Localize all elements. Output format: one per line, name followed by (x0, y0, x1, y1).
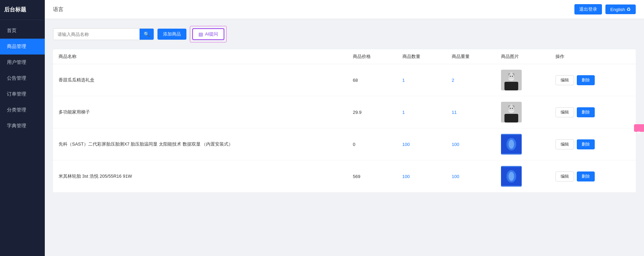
edit-button[interactable]: 编辑 (555, 171, 574, 181)
sidebar-item-notice[interactable]: 公告管理 (0, 70, 45, 86)
edit-button[interactable]: 编辑 (555, 139, 574, 149)
product-qty: 100 (397, 160, 446, 193)
svg-rect-25 (501, 186, 522, 187)
product-name: 香甜瓜瓜精选礼盒 (53, 64, 347, 96)
col-header-qty: 商品数量 (397, 49, 446, 64)
product-image-cell (495, 64, 550, 96)
product-name: 多功能家用梯子 (53, 96, 347, 128)
edit-button[interactable]: 编辑 (555, 75, 574, 85)
logout-button[interactable]: 退出登录 (574, 4, 602, 14)
edit-button[interactable]: 编辑 (555, 107, 574, 117)
product-image-cell (495, 128, 550, 160)
product-name: 先科（SAST）二代彩屏胎压胎测X7 胎压胎温同显 太阳能技术 数据双显 （内置… (53, 128, 347, 160)
table-row: 香甜瓜瓜精选礼盒6812 编辑删除 (53, 64, 636, 96)
product-qty: 100 (397, 128, 446, 160)
col-header-price: 商品价格 (347, 49, 397, 64)
table-header-row: 商品名称 商品价格 商品数量 商品重量 商品图片 操作 (53, 49, 636, 64)
delete-button[interactable]: 删除 (577, 139, 595, 149)
sidebar-title: 后台标题 (0, 0, 45, 20)
product-image (501, 134, 522, 155)
col-header-name: 商品名称 (53, 49, 347, 64)
product-weight: 11 (446, 96, 495, 128)
svg-point-6 (510, 76, 511, 77)
sidebar-item-home[interactable]: 首页 (0, 23, 45, 39)
svg-point-18 (509, 140, 514, 149)
product-qty: 1 (397, 96, 446, 128)
feedback-label: 欢 (637, 128, 642, 128)
product-actions: 编辑删除 (550, 64, 636, 96)
table-row: 米其林轮胎 3st 浩悦 205/55R16 91W569100100 编辑删除 (53, 160, 636, 193)
col-header-action: 操作 (550, 49, 636, 64)
table-row: 先科（SAST）二代彩屏胎压胎测X7 胎压胎温同显 太阳能技术 数据双显 （内置… (53, 128, 636, 160)
product-price: 29.9 (347, 96, 397, 128)
product-table: 商品名称 商品价格 商品数量 商品重量 商品图片 操作 香甜瓜瓜精选礼盒6812… (53, 49, 636, 193)
product-name: 米其林轮胎 3st 浩悦 205/55R16 91W (53, 160, 347, 193)
svg-rect-2 (504, 82, 518, 90)
product-price: 68 (347, 64, 397, 96)
product-actions: 编辑删除 (550, 96, 636, 128)
col-header-image: 商品图片 (495, 49, 550, 64)
svg-rect-24 (501, 166, 522, 167)
sidebar: 后台标题 首页 商品管理 用户管理 公告管理 订单管理 分类管理 字典管理 (0, 0, 45, 256)
svg-point-13 (509, 105, 514, 111)
ai-icon: ▤ (198, 31, 203, 37)
product-image-cell (495, 160, 550, 193)
product-weight: 100 (446, 128, 495, 160)
svg-rect-20 (501, 154, 522, 155)
svg-rect-19 (501, 134, 522, 135)
svg-point-14 (510, 108, 511, 109)
delete-button[interactable]: 删除 (577, 171, 595, 181)
ai-button-wrapper: ▤ AI提问 (190, 26, 227, 42)
product-weight: 100 (446, 160, 495, 193)
product-price: 0 (347, 128, 397, 160)
table-row: 多功能家用梯子29.9111 编辑删除 (53, 96, 636, 128)
product-actions: 编辑删除 (550, 128, 636, 160)
product-image (501, 166, 522, 187)
feedback-button[interactable]: 欢 (634, 124, 644, 132)
product-image-cell (495, 96, 550, 128)
english-button[interactable]: English ♻ (605, 4, 636, 14)
svg-point-15 (512, 108, 513, 109)
product-weight: 2 (446, 64, 495, 96)
svg-rect-10 (504, 114, 518, 122)
toolbar: 🔍 添加商品 ▤ AI提问 (53, 26, 636, 42)
search-icon: 🔍 (144, 31, 150, 37)
page-title: 语言 (53, 6, 63, 13)
col-header-weight: 商品重量 (446, 49, 495, 64)
sidebar-nav: 首页 商品管理 用户管理 公告管理 订单管理 分类管理 字典管理 (0, 23, 45, 134)
sidebar-item-category[interactable]: 分类管理 (0, 102, 45, 118)
sidebar-item-product[interactable]: 商品管理 (0, 39, 45, 55)
header: 语言 退出登录 English ♻ (45, 0, 644, 19)
sidebar-item-user[interactable]: 用户管理 (0, 55, 45, 70)
product-actions: 编辑删除 (550, 160, 636, 193)
header-actions: 退出登录 English ♻ (574, 4, 636, 14)
ai-ask-button[interactable]: ▤ AI提问 (192, 28, 224, 40)
svg-point-23 (509, 172, 514, 181)
search-input[interactable] (53, 29, 140, 39)
search-button[interactable]: 🔍 (140, 29, 154, 40)
add-product-button[interactable]: 添加商品 (157, 29, 186, 40)
product-image (501, 102, 522, 122)
content-area: 🔍 添加商品 ▤ AI提问 商品名称 商品价格 商品数量 商品重量 (45, 19, 644, 256)
svg-point-7 (512, 76, 513, 77)
english-label: English (610, 7, 625, 12)
sidebar-item-order[interactable]: 订单管理 (0, 86, 45, 102)
search-box: 🔍 (53, 28, 154, 40)
product-image (501, 70, 522, 90)
sidebar-item-dict[interactable]: 字典管理 (0, 118, 45, 134)
product-table-wrap: 商品名称 商品价格 商品数量 商品重量 商品图片 操作 香甜瓜瓜精选礼盒6812… (53, 49, 636, 193)
delete-button[interactable]: 删除 (577, 107, 595, 117)
product-qty: 1 (397, 64, 446, 96)
product-price: 569 (347, 160, 397, 193)
delete-button[interactable]: 删除 (577, 75, 595, 85)
globe-icon: ♻ (626, 7, 631, 12)
main-area: 语言 退出登录 English ♻ 🔍 添加商品 ▤ AI提问 (45, 0, 644, 256)
svg-point-5 (509, 73, 514, 79)
